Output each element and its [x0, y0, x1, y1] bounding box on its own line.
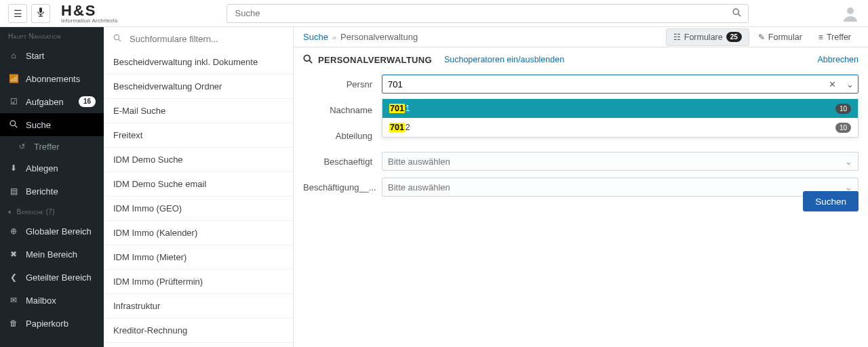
home-icon: ⌂ — [8, 51, 19, 60]
form-row[interactable]: IDM Demo Suche — [104, 148, 293, 172]
form-row[interactable]: Kreditor-Rechnung — [104, 319, 293, 343]
sidebar-item-start[interactable]: ⌂ Start — [0, 44, 104, 67]
suggestion-row[interactable]: 7012 10 — [382, 118, 858, 137]
label-beschaeftigung: Beschäftigung__... — [303, 182, 382, 192]
toggle-operators-link[interactable]: Suchoperatoren ein/ausblenden — [444, 55, 564, 64]
mail-icon: ✉ — [8, 295, 19, 305]
search-icon — [303, 54, 313, 66]
form-row[interactable]: IDM Immo (Mieter) — [104, 245, 293, 270]
form-row[interactable]: Bescheidverwaltung inkl. Dokumente — [104, 50, 293, 75]
svg-line-11 — [309, 60, 312, 63]
menu-icon: ☰ — [14, 8, 22, 19]
suggestion-count: 10 — [835, 104, 851, 114]
cancel-link[interactable]: Abbrechen — [818, 55, 859, 64]
select-beschaeftigung[interactable] — [382, 178, 859, 197]
global-search-input[interactable] — [234, 7, 732, 19]
svg-rect-0 — [39, 7, 42, 13]
form-row[interactable]: Infrastruktur — [104, 294, 293, 319]
chevron-down-icon[interactable]: ⌄ — [841, 152, 856, 171]
select-beschaeftigt[interactable] — [382, 152, 859, 171]
sidebar-item-mein-bereich[interactable]: ✖ Mein Bereich — [0, 243, 104, 266]
suggestion-dropdown: 7011 10 7012 10 — [382, 99, 859, 138]
chevron-down-icon: ▾ — [8, 209, 12, 216]
sidebar-item-abonnements[interactable]: 📶 Abonnements — [0, 67, 104, 90]
breadcrumb: Suche » Personalverwaltung — [303, 32, 418, 42]
search-icon — [113, 34, 121, 44]
form-filter-input[interactable] — [128, 33, 283, 45]
global-search[interactable] — [226, 4, 749, 23]
sidebar-item-ablegen[interactable]: ⬇ Ablegen — [0, 157, 104, 180]
svg-point-6 — [10, 121, 16, 126]
svg-point-3 — [733, 9, 738, 14]
form-row[interactable]: IDM Immo (Kalender) — [104, 221, 293, 245]
label-nachname: Nachname — [303, 105, 382, 115]
search-icon[interactable] — [732, 8, 741, 19]
globe-icon: ⊕ — [8, 226, 19, 236]
suggestion-count: 10 — [835, 123, 851, 133]
trash-icon: 🗑 — [8, 319, 19, 328]
clear-icon[interactable]: ✕ — [823, 79, 841, 89]
suggestion-highlight: 701 — [389, 104, 405, 113]
svg-line-9 — [119, 39, 121, 41]
search-button[interactable]: Suchen — [803, 191, 859, 211]
svg-point-10 — [304, 55, 310, 61]
sidebar-item-geteilter-bereich[interactable]: ❮ Geteilter Bereich — [0, 266, 104, 289]
chevron-down-icon[interactable]: ⌄ — [841, 79, 859, 89]
input-persnr[interactable] — [382, 75, 859, 94]
form-row[interactable]: E-Mail Suche — [104, 99, 293, 123]
form-row[interactable]: Kundenakte — [104, 343, 293, 347]
breadcrumb-current: Personalverwaltung — [340, 32, 418, 42]
tool-treffer[interactable]: ≡ Treffer — [811, 28, 859, 46]
svg-point-8 — [114, 35, 119, 40]
form-filter[interactable] — [104, 27, 293, 50]
mic-icon — [37, 7, 45, 20]
undo-icon: ↺ — [19, 142, 28, 151]
sidebar-item-global[interactable]: ⊕ Globaler Bereich — [0, 220, 104, 243]
page-title: PERSONALVERWALTUNG — [303, 54, 432, 66]
menu-button[interactable]: ☰ — [8, 4, 27, 23]
download-icon: ⬇ — [8, 163, 19, 173]
logo: H&S Information Architects — [61, 3, 118, 24]
bars-icon: ≡ — [818, 33, 823, 42]
check-icon: ☑ — [8, 97, 19, 106]
form-row[interactable]: Freitext — [104, 123, 293, 148]
breadcrumb-sep: » — [332, 33, 336, 41]
sidebar-item-aufgaben[interactable]: ☑ Aufgaben 16 — [0, 90, 104, 113]
svg-point-5 — [847, 7, 854, 14]
aufgaben-badge: 16 — [79, 96, 96, 107]
tool-formular[interactable]: ✎ Formular — [751, 28, 810, 46]
sidebar-subitem-treffer[interactable]: ↺ Treffer — [0, 136, 104, 157]
logo-text: H&S — [61, 3, 118, 18]
form-list[interactable]: Bescheidverwaltung inkl. Dokumente Besch… — [104, 50, 293, 347]
sidebar: Haupt Navigation ⌂ Start 📶 Abonnements ☑… — [0, 27, 104, 347]
form-row[interactable]: IDM Immo (Prüftermin) — [104, 270, 293, 294]
share-icon: ❮ — [8, 272, 19, 282]
user-avatar[interactable] — [841, 4, 860, 23]
svg-line-7 — [15, 125, 17, 127]
sidebar-item-mailbox[interactable]: ✉ Mailbox — [0, 289, 104, 312]
svg-line-4 — [738, 14, 741, 16]
form-list-panel: Bescheidverwaltung inkl. Dokumente Besch… — [104, 27, 294, 347]
formulare-count: 25 — [726, 32, 742, 42]
form-row[interactable]: Bescheidverwaltung Ordner — [104, 75, 293, 99]
tools-icon: ✖ — [8, 249, 19, 259]
sidebar-header: Haupt Navigation — [0, 27, 104, 44]
label-abteilung: Abteilung — [303, 131, 382, 141]
tool-formulare[interactable]: ☷ Formulare 25 — [666, 28, 749, 46]
suggestion-row[interactable]: 7011 10 — [382, 99, 858, 118]
label-persnr: Persnr — [303, 79, 382, 89]
label-beschaeftigt: Beschaeftigt — [303, 157, 382, 167]
edit-icon: ✎ — [758, 33, 765, 42]
form-row[interactable]: IDM Demo Suche email — [104, 172, 293, 197]
sidebar-item-papierkorb[interactable]: 🗑 Papierkorb — [0, 312, 104, 335]
list-icon: ☷ — [673, 33, 681, 42]
suggestion-highlight: 701 — [389, 123, 405, 132]
form-row[interactable]: IDM Immo (GEO) — [104, 197, 293, 221]
sidebar-item-berichte[interactable]: ▤ Berichte — [0, 180, 104, 203]
sidebar-section-bereiche[interactable]: ▾ Bereiche (7) — [0, 203, 104, 220]
book-icon: ▤ — [8, 186, 19, 196]
mic-button[interactable] — [31, 4, 50, 23]
sidebar-item-suche[interactable]: Suche — [0, 113, 104, 136]
breadcrumb-root[interactable]: Suche — [303, 32, 328, 42]
search-icon — [8, 120, 19, 130]
